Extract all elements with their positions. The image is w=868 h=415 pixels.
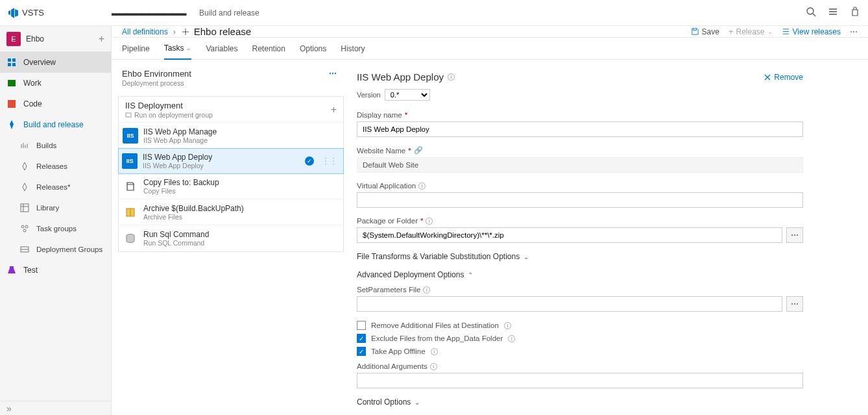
bag-icon[interactable] (850, 6, 860, 19)
sidebar-item-label: Work (23, 79, 42, 88)
version-row: Version 0.* (357, 89, 803, 101)
browse-button[interactable]: ⋯ (786, 296, 803, 312)
section-file-transforms[interactable]: File Transforms & Variable Substitution … (357, 252, 803, 261)
setparameters-input[interactable] (357, 296, 782, 312)
view-releases-button[interactable]: View releases (782, 27, 841, 36)
link-icon[interactable]: 🔗 (414, 146, 423, 155)
task-copy-files[interactable]: Copy Files to: Backup Copy Files (119, 173, 343, 199)
sidebar-item-label: Releases* (36, 183, 70, 191)
section-control-options[interactable]: Control Options ⌄ (357, 397, 803, 407)
info-icon[interactable]: i (430, 363, 437, 370)
tab-tasks[interactable]: Tasks⌄ (164, 38, 192, 60)
release-button[interactable]: + Release ⌄ (729, 27, 773, 36)
chevron-down-icon: ⌄ (415, 399, 420, 406)
sidebar-item-label: Build and release (23, 120, 84, 129)
more-menu[interactable]: ⋯ (850, 27, 858, 36)
section-advanced[interactable]: Advanced Deployment Options ⌃ (357, 270, 803, 279)
builds-icon (19, 140, 30, 151)
sidebar-item-deployment-groups[interactable]: Deployment Groups (0, 239, 111, 260)
chevron-down-icon: ⌄ (767, 29, 773, 35)
sidebar-item-label: Test (23, 266, 38, 275)
take-app-offline-checkbox[interactable]: ✓ Take App Offline i (357, 347, 803, 356)
iis-icon: IIS (123, 128, 138, 144)
info-icon[interactable]: i (418, 182, 426, 190)
breadcrumb-title: Ehbo release (181, 26, 251, 37)
svg-rect-7 (21, 204, 29, 212)
topbar: VSTS ▬▬▬▬▬▬▬▬▬▬ Build and release (0, 0, 868, 26)
phase-header[interactable]: IIS Deployment Run on deployment group + (119, 97, 343, 123)
sql-icon (123, 231, 138, 246)
exclude-appdata-checkbox[interactable]: ✓ Exclude Files from the App_Data Folder… (357, 334, 803, 343)
section-crumb[interactable]: Build and release (199, 8, 259, 18)
main: All definitions › Ehbo release Save + Re… (112, 26, 868, 415)
iis-icon: IIS (122, 153, 138, 169)
task-iis-manage[interactable]: IIS IIS Web App Manage IIS Web App Manag… (119, 123, 343, 149)
svg-point-10 (21, 225, 24, 228)
info-icon[interactable]: i (508, 335, 515, 342)
add-task-icon[interactable]: + (331, 104, 337, 116)
task-run-sql[interactable]: Run Sql Command Run SQL Command (119, 225, 343, 251)
sidebar-item-overview[interactable]: Overview (0, 52, 111, 73)
virtual-app-label: Virtual Application (357, 182, 416, 190)
org-name[interactable]: ▬▬▬▬▬▬▬▬▬▬ (112, 8, 186, 18)
environment-sub: Deployment process (122, 79, 329, 87)
add-project-icon[interactable]: + (99, 33, 104, 45)
task-list: Ehbo Environment Deployment process ⋯ II… (112, 60, 344, 415)
environment-more-icon[interactable]: ⋯ (329, 69, 337, 78)
sidebar-item-releases-star[interactable]: Releases* (0, 177, 111, 197)
drag-handle-icon[interactable]: ⋮⋮ (322, 157, 337, 166)
project-selector[interactable]: E Ehbo + (0, 26, 111, 52)
sidebar-item-builds[interactable]: Builds (0, 135, 111, 156)
website-name-label: Website Name (357, 147, 405, 155)
task-subtitle: Copy Files (143, 187, 337, 195)
tab-options[interactable]: Options (300, 38, 326, 60)
sidebar-item-test[interactable]: Test (0, 260, 111, 281)
tab-pipeline[interactable]: Pipeline (122, 38, 150, 60)
sidebar-item-releases[interactable]: Releases (0, 156, 111, 177)
info-icon[interactable]: i (448, 73, 455, 81)
releases-icon (19, 161, 30, 171)
info-icon[interactable]: i (423, 286, 430, 294)
remove-task-button[interactable]: Remove (764, 73, 803, 82)
additional-args-input[interactable] (357, 373, 803, 388)
website-name-input[interactable]: Default Web Site (357, 157, 803, 173)
task-groups-icon (19, 223, 30, 234)
vsts-icon (8, 8, 18, 18)
tab-retention[interactable]: Retention (252, 38, 285, 60)
info-icon[interactable]: i (431, 348, 438, 355)
chevron-down-icon: ⌄ (524, 253, 529, 260)
environment-header[interactable]: Ehbo Environment Deployment process ⋯ (118, 66, 344, 87)
project-name: Ehbo (26, 34, 44, 44)
sidebar-item-code[interactable]: Code (0, 94, 111, 114)
info-icon[interactable]: i (426, 218, 433, 225)
list-icon[interactable] (828, 6, 838, 19)
version-select[interactable]: 0.* (385, 89, 430, 101)
search-icon[interactable] (806, 6, 816, 19)
deployment-groups-icon (19, 244, 30, 255)
task-archive[interactable]: Archive $(Build.BackUpPath) Archive File… (119, 199, 343, 225)
display-name-input[interactable] (357, 121, 803, 137)
sidebar-item-build-release[interactable]: Build and release (0, 114, 111, 135)
copy-icon (123, 179, 138, 194)
version-label: Version (357, 91, 381, 99)
sidebar-item-label: Task groups (36, 225, 77, 233)
virtual-app-input[interactable] (357, 192, 803, 208)
breadcrumb-all[interactable]: All definitions (122, 27, 168, 36)
task-iis-deploy[interactable]: IIS IIS Web App Deploy IIS Web App Deplo… (118, 148, 344, 174)
sidebar-item-library[interactable]: Library (0, 197, 111, 218)
sidebar-collapse[interactable]: » (0, 401, 111, 415)
svg-point-11 (25, 225, 28, 228)
sidebar-item-work[interactable]: Work (0, 73, 111, 94)
save-button[interactable]: Save (691, 27, 719, 36)
package-input[interactable] (357, 227, 782, 243)
info-icon[interactable]: i (504, 322, 511, 329)
browse-button[interactable]: ⋯ (786, 227, 803, 243)
product-logo[interactable]: VSTS (8, 8, 112, 18)
task-title: Copy Files to: Backup (143, 178, 337, 187)
tab-history[interactable]: History (341, 38, 365, 60)
breadcrumb-chevron-icon: › (173, 27, 176, 36)
remove-additional-checkbox[interactable]: Remove Additional Files at Destination i (357, 321, 803, 330)
tab-variables[interactable]: Variables (206, 38, 237, 60)
sidebar-item-task-groups[interactable]: Task groups (0, 218, 111, 239)
tabs: Pipeline Tasks⌄ Variables Retention Opti… (112, 38, 868, 60)
